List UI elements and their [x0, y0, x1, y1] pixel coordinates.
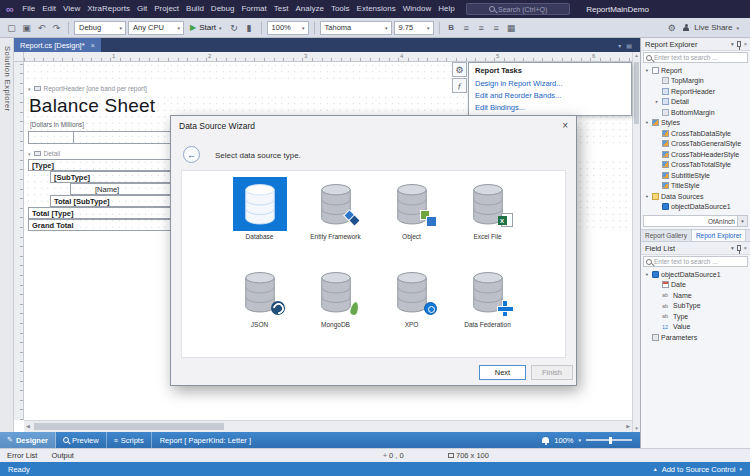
tab-report-gallery[interactable]: Report Gallery: [641, 230, 691, 241]
font-name-dropdown[interactable]: Tahoma ▾: [320, 21, 392, 35]
report-subtitle-label[interactable]: [Dollars in Millions]: [30, 121, 84, 128]
menu-analyze[interactable]: Analyze: [292, 0, 327, 18]
datasource-option-object[interactable]: Object: [374, 177, 450, 263]
link-design-in-report-wizard[interactable]: Design in Report Wizard...: [469, 77, 631, 89]
configuration-dropdown[interactable]: Debug ▾: [74, 21, 126, 35]
tree-item-crosstabgeneralstyle[interactable]: CrossTabGeneralStyle: [641, 139, 750, 150]
bold-icon[interactable]: B: [445, 23, 458, 32]
live-share-label[interactable]: Live Share: [694, 23, 732, 32]
menu-window[interactable]: Window: [399, 0, 434, 18]
close-icon[interactable]: ×: [91, 42, 95, 49]
grid-icon[interactable]: ▦: [505, 23, 518, 33]
tab-error-list[interactable]: Error List: [0, 449, 44, 462]
formatting-rules-button[interactable]: ƒ: [452, 78, 467, 93]
tree-item-crosstabtotalstyle[interactable]: CrossTabTotalStyle: [641, 160, 750, 171]
pin-icon[interactable]: [737, 41, 741, 47]
field-item-type[interactable]: Type: [641, 311, 750, 322]
tree-item-subtitlestyle[interactable]: SubtitleStyle: [641, 170, 750, 181]
collapse-chevron-icon[interactable]: ▾: [28, 86, 31, 92]
search-input[interactable]: [654, 258, 745, 265]
zoom-slider-thumb[interactable]: [609, 437, 612, 444]
menu-build[interactable]: Build: [183, 0, 208, 18]
wizard-titlebar[interactable]: Data Source Wizard ×: [171, 116, 576, 136]
menu-help[interactable]: Help: [435, 0, 458, 18]
redo-icon[interactable]: ↷: [50, 23, 63, 33]
menu-project[interactable]: Project: [151, 0, 183, 18]
datasource-option-json[interactable]: JSON: [222, 265, 298, 351]
field-list-search[interactable]: [643, 256, 748, 267]
zoom-dropdown[interactable]: 100% ▾: [267, 21, 309, 35]
datasource-option-database[interactable]: Database: [222, 177, 298, 263]
tree-item-titlestyle[interactable]: TitleStyle: [641, 181, 750, 192]
scroll-down-icon[interactable]: ▼: [633, 426, 640, 431]
datasource-option-xpo[interactable]: XPO: [374, 265, 450, 351]
align-left-icon[interactable]: ≡: [460, 23, 473, 33]
datasource-option-data-federation[interactable]: Data Federation: [450, 265, 526, 351]
search-input[interactable]: [654, 54, 745, 61]
tree-item-crosstabheaderstyle[interactable]: CrossTabHeaderStyle: [641, 149, 750, 160]
tab-scripts[interactable]: ≡ Scripts: [107, 432, 152, 448]
menu-view[interactable]: View: [60, 0, 84, 18]
tree-item-crosstabdatastyle[interactable]: CrossTabDataStyle: [641, 128, 750, 139]
horizontal-scrollbar[interactable]: ◀ ▶: [24, 420, 632, 432]
scrollbar-thumb[interactable]: [34, 423, 224, 430]
close-icon[interactable]: ×: [744, 41, 747, 47]
tree-item-reportheader[interactable]: ReportHeader: [641, 86, 750, 97]
field-item-subtype[interactable]: SubType: [641, 301, 750, 312]
link-edit-and-reorder-bands[interactable]: Edit and Reorder Bands...: [469, 89, 631, 101]
datasource-option-excel-file[interactable]: Excel File: [450, 177, 526, 263]
scroll-right-icon[interactable]: ▶: [626, 423, 630, 429]
report-title-label[interactable]: Balance Sheet: [29, 95, 155, 117]
field-list-header[interactable]: Field List ▾ ×: [641, 242, 750, 255]
menu-format[interactable]: Format: [238, 0, 270, 18]
menu-debug[interactable]: Debug: [207, 0, 238, 18]
datasource-option-entity-framework[interactable]: Entity Framework: [298, 177, 374, 263]
scrollbar-thumb[interactable]: [634, 62, 639, 124]
vertical-scrollbar[interactable]: ▲ ▼: [632, 52, 640, 432]
field-item-name[interactable]: Name: [641, 290, 750, 301]
save-icon[interactable]: ▣: [20, 23, 33, 33]
wizard-back-button[interactable]: ←: [183, 146, 200, 163]
document-list-icon[interactable]: ▾: [618, 42, 621, 49]
collapse-chevron-icon[interactable]: ▾: [28, 151, 31, 157]
tab-report-cs-design[interactable]: Report.cs [Design]* ×: [14, 38, 101, 52]
menu-tools[interactable]: Tools: [327, 0, 353, 18]
expander-icon[interactable]: ▾: [644, 120, 650, 125]
tree-item-styles[interactable]: ▾ Styles: [641, 118, 750, 129]
tab-report-explorer[interactable]: Report Explorer: [691, 230, 747, 241]
field-item-parameters[interactable]: Parameters: [641, 332, 750, 343]
hot-reload-icon[interactable]: ↻: [228, 23, 241, 33]
start-debug-button[interactable]: ▶ Start ▾: [186, 21, 226, 35]
field-item-objectdatasource1[interactable]: ▾ objectDataSource1: [641, 269, 750, 280]
tree-item-report[interactable]: ▾ Report: [641, 65, 750, 76]
zoom-slider[interactable]: [586, 439, 632, 441]
expander-icon[interactable]: ▾: [644, 68, 650, 73]
undo-icon[interactable]: ↶: [35, 23, 48, 33]
chevron-down-icon[interactable]: ▾: [737, 216, 747, 226]
font-size-dropdown[interactable]: 9.75 ▾: [394, 21, 434, 35]
window-position-icon[interactable]: ▾: [731, 245, 734, 251]
report-explorer-search[interactable]: [643, 52, 748, 63]
scroll-left-icon[interactable]: ◀: [26, 423, 30, 429]
field-item-value[interactable]: Value: [641, 322, 750, 333]
pin-icon[interactable]: [737, 245, 741, 251]
align-right-icon[interactable]: ≡: [490, 23, 503, 33]
platform-dropdown[interactable]: Any CPU ▾: [128, 21, 184, 35]
tree-item-objectdatasource1[interactable]: objectDataSource1: [641, 202, 750, 213]
source-control-group[interactable]: ▲ Add to Source Control ▾: [653, 465, 742, 474]
collapsed-solution-explorer[interactable]: Solution Explorer: [0, 38, 14, 432]
tree-item-bottommargin[interactable]: BottomMargin: [641, 107, 750, 118]
menu-git[interactable]: Git: [133, 0, 150, 18]
expander-icon[interactable]: ▾: [644, 194, 650, 199]
close-icon[interactable]: ×: [744, 245, 747, 251]
tab-designer[interactable]: ✎ Designer: [0, 432, 56, 448]
window-layout-icon[interactable]: ▤: [626, 42, 632, 49]
align-center-icon[interactable]: ≡: [475, 23, 488, 33]
notification-bell-icon[interactable]: [542, 437, 549, 443]
chevron-down-icon[interactable]: ▾: [578, 437, 581, 443]
expander-icon[interactable]: ▸: [654, 99, 660, 104]
property-value-combo[interactable]: OfAnInch ▾: [643, 215, 748, 227]
datasource-option-mongodb[interactable]: MongoDB: [298, 265, 374, 351]
tree-item-detail[interactable]: ▸ Detail: [641, 97, 750, 108]
menu-xtrareports[interactable]: XtraReports: [84, 0, 134, 18]
